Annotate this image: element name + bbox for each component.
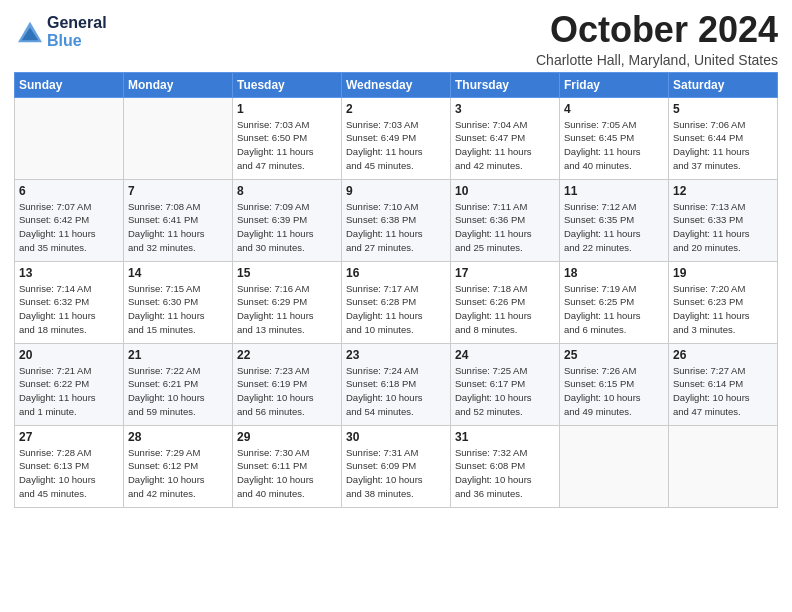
calendar-cell: 11Sunrise: 7:12 AM Sunset: 6:35 PM Dayli… xyxy=(560,179,669,261)
calendar-cell: 21Sunrise: 7:22 AM Sunset: 6:21 PM Dayli… xyxy=(124,343,233,425)
day-number: 26 xyxy=(673,348,773,362)
calendar-cell: 15Sunrise: 7:16 AM Sunset: 6:29 PM Dayli… xyxy=(233,261,342,343)
col-header-thursday: Thursday xyxy=(451,72,560,97)
calendar: SundayMondayTuesdayWednesdayThursdayFrid… xyxy=(14,72,778,508)
calendar-cell: 1Sunrise: 7:03 AM Sunset: 6:50 PM Daylig… xyxy=(233,97,342,179)
day-detail: Sunrise: 7:29 AM Sunset: 6:12 PM Dayligh… xyxy=(128,446,228,501)
calendar-cell: 13Sunrise: 7:14 AM Sunset: 6:32 PM Dayli… xyxy=(15,261,124,343)
day-detail: Sunrise: 7:06 AM Sunset: 6:44 PM Dayligh… xyxy=(673,118,773,173)
day-number: 23 xyxy=(346,348,446,362)
day-number: 14 xyxy=(128,266,228,280)
calendar-cell: 29Sunrise: 7:30 AM Sunset: 6:11 PM Dayli… xyxy=(233,425,342,507)
day-detail: Sunrise: 7:12 AM Sunset: 6:35 PM Dayligh… xyxy=(564,200,664,255)
month-title: October 2024 xyxy=(536,10,778,50)
day-number: 13 xyxy=(19,266,119,280)
day-number: 5 xyxy=(673,102,773,116)
day-detail: Sunrise: 7:28 AM Sunset: 6:13 PM Dayligh… xyxy=(19,446,119,501)
calendar-week-1: 1Sunrise: 7:03 AM Sunset: 6:50 PM Daylig… xyxy=(15,97,778,179)
location: Charlotte Hall, Maryland, United States xyxy=(536,52,778,68)
day-number: 9 xyxy=(346,184,446,198)
day-number: 7 xyxy=(128,184,228,198)
header: General Blue October 2024 Charlotte Hall… xyxy=(14,10,778,68)
logo-icon xyxy=(16,20,44,44)
day-number: 22 xyxy=(237,348,337,362)
calendar-cell: 3Sunrise: 7:04 AM Sunset: 6:47 PM Daylig… xyxy=(451,97,560,179)
day-detail: Sunrise: 7:17 AM Sunset: 6:28 PM Dayligh… xyxy=(346,282,446,337)
calendar-cell: 10Sunrise: 7:11 AM Sunset: 6:36 PM Dayli… xyxy=(451,179,560,261)
day-detail: Sunrise: 7:24 AM Sunset: 6:18 PM Dayligh… xyxy=(346,364,446,419)
day-detail: Sunrise: 7:11 AM Sunset: 6:36 PM Dayligh… xyxy=(455,200,555,255)
calendar-cell: 24Sunrise: 7:25 AM Sunset: 6:17 PM Dayli… xyxy=(451,343,560,425)
col-header-monday: Monday xyxy=(124,72,233,97)
day-detail: Sunrise: 7:13 AM Sunset: 6:33 PM Dayligh… xyxy=(673,200,773,255)
day-number: 18 xyxy=(564,266,664,280)
calendar-cell xyxy=(124,97,233,179)
day-number: 15 xyxy=(237,266,337,280)
calendar-cell: 4Sunrise: 7:05 AM Sunset: 6:45 PM Daylig… xyxy=(560,97,669,179)
calendar-cell: 26Sunrise: 7:27 AM Sunset: 6:14 PM Dayli… xyxy=(669,343,778,425)
day-number: 25 xyxy=(564,348,664,362)
calendar-cell: 17Sunrise: 7:18 AM Sunset: 6:26 PM Dayli… xyxy=(451,261,560,343)
day-number: 12 xyxy=(673,184,773,198)
day-number: 29 xyxy=(237,430,337,444)
day-detail: Sunrise: 7:21 AM Sunset: 6:22 PM Dayligh… xyxy=(19,364,119,419)
day-detail: Sunrise: 7:30 AM Sunset: 6:11 PM Dayligh… xyxy=(237,446,337,501)
calendar-cell: 20Sunrise: 7:21 AM Sunset: 6:22 PM Dayli… xyxy=(15,343,124,425)
day-number: 28 xyxy=(128,430,228,444)
day-detail: Sunrise: 7:14 AM Sunset: 6:32 PM Dayligh… xyxy=(19,282,119,337)
calendar-cell: 19Sunrise: 7:20 AM Sunset: 6:23 PM Dayli… xyxy=(669,261,778,343)
day-number: 1 xyxy=(237,102,337,116)
calendar-cell: 22Sunrise: 7:23 AM Sunset: 6:19 PM Dayli… xyxy=(233,343,342,425)
day-number: 27 xyxy=(19,430,119,444)
day-number: 16 xyxy=(346,266,446,280)
calendar-cell: 23Sunrise: 7:24 AM Sunset: 6:18 PM Dayli… xyxy=(342,343,451,425)
col-header-wednesday: Wednesday xyxy=(342,72,451,97)
calendar-cell xyxy=(560,425,669,507)
logo: General Blue xyxy=(14,14,107,51)
day-number: 10 xyxy=(455,184,555,198)
day-number: 20 xyxy=(19,348,119,362)
logo-blue-text: Blue xyxy=(47,32,107,50)
day-detail: Sunrise: 7:20 AM Sunset: 6:23 PM Dayligh… xyxy=(673,282,773,337)
day-detail: Sunrise: 7:31 AM Sunset: 6:09 PM Dayligh… xyxy=(346,446,446,501)
day-number: 30 xyxy=(346,430,446,444)
day-detail: Sunrise: 7:03 AM Sunset: 6:49 PM Dayligh… xyxy=(346,118,446,173)
day-detail: Sunrise: 7:03 AM Sunset: 6:50 PM Dayligh… xyxy=(237,118,337,173)
calendar-cell: 5Sunrise: 7:06 AM Sunset: 6:44 PM Daylig… xyxy=(669,97,778,179)
day-number: 11 xyxy=(564,184,664,198)
calendar-cell: 8Sunrise: 7:09 AM Sunset: 6:39 PM Daylig… xyxy=(233,179,342,261)
page-container: General Blue October 2024 Charlotte Hall… xyxy=(0,0,792,516)
day-number: 24 xyxy=(455,348,555,362)
day-detail: Sunrise: 7:07 AM Sunset: 6:42 PM Dayligh… xyxy=(19,200,119,255)
calendar-cell: 2Sunrise: 7:03 AM Sunset: 6:49 PM Daylig… xyxy=(342,97,451,179)
day-detail: Sunrise: 7:16 AM Sunset: 6:29 PM Dayligh… xyxy=(237,282,337,337)
calendar-cell: 9Sunrise: 7:10 AM Sunset: 6:38 PM Daylig… xyxy=(342,179,451,261)
day-number: 21 xyxy=(128,348,228,362)
day-detail: Sunrise: 7:15 AM Sunset: 6:30 PM Dayligh… xyxy=(128,282,228,337)
calendar-cell xyxy=(669,425,778,507)
day-detail: Sunrise: 7:27 AM Sunset: 6:14 PM Dayligh… xyxy=(673,364,773,419)
calendar-cell: 12Sunrise: 7:13 AM Sunset: 6:33 PM Dayli… xyxy=(669,179,778,261)
title-block: October 2024 Charlotte Hall, Maryland, U… xyxy=(536,10,778,68)
calendar-week-3: 13Sunrise: 7:14 AM Sunset: 6:32 PM Dayli… xyxy=(15,261,778,343)
calendar-cell: 7Sunrise: 7:08 AM Sunset: 6:41 PM Daylig… xyxy=(124,179,233,261)
col-header-sunday: Sunday xyxy=(15,72,124,97)
calendar-cell: 14Sunrise: 7:15 AM Sunset: 6:30 PM Dayli… xyxy=(124,261,233,343)
day-detail: Sunrise: 7:09 AM Sunset: 6:39 PM Dayligh… xyxy=(237,200,337,255)
day-number: 3 xyxy=(455,102,555,116)
calendar-week-4: 20Sunrise: 7:21 AM Sunset: 6:22 PM Dayli… xyxy=(15,343,778,425)
calendar-week-2: 6Sunrise: 7:07 AM Sunset: 6:42 PM Daylig… xyxy=(15,179,778,261)
day-detail: Sunrise: 7:05 AM Sunset: 6:45 PM Dayligh… xyxy=(564,118,664,173)
day-detail: Sunrise: 7:23 AM Sunset: 6:19 PM Dayligh… xyxy=(237,364,337,419)
calendar-cell: 25Sunrise: 7:26 AM Sunset: 6:15 PM Dayli… xyxy=(560,343,669,425)
day-detail: Sunrise: 7:18 AM Sunset: 6:26 PM Dayligh… xyxy=(455,282,555,337)
day-detail: Sunrise: 7:08 AM Sunset: 6:41 PM Dayligh… xyxy=(128,200,228,255)
day-detail: Sunrise: 7:22 AM Sunset: 6:21 PM Dayligh… xyxy=(128,364,228,419)
col-header-friday: Friday xyxy=(560,72,669,97)
calendar-cell: 6Sunrise: 7:07 AM Sunset: 6:42 PM Daylig… xyxy=(15,179,124,261)
logo-text: General xyxy=(47,14,107,32)
day-detail: Sunrise: 7:25 AM Sunset: 6:17 PM Dayligh… xyxy=(455,364,555,419)
calendar-cell: 31Sunrise: 7:32 AM Sunset: 6:08 PM Dayli… xyxy=(451,425,560,507)
day-detail: Sunrise: 7:10 AM Sunset: 6:38 PM Dayligh… xyxy=(346,200,446,255)
col-header-saturday: Saturday xyxy=(669,72,778,97)
